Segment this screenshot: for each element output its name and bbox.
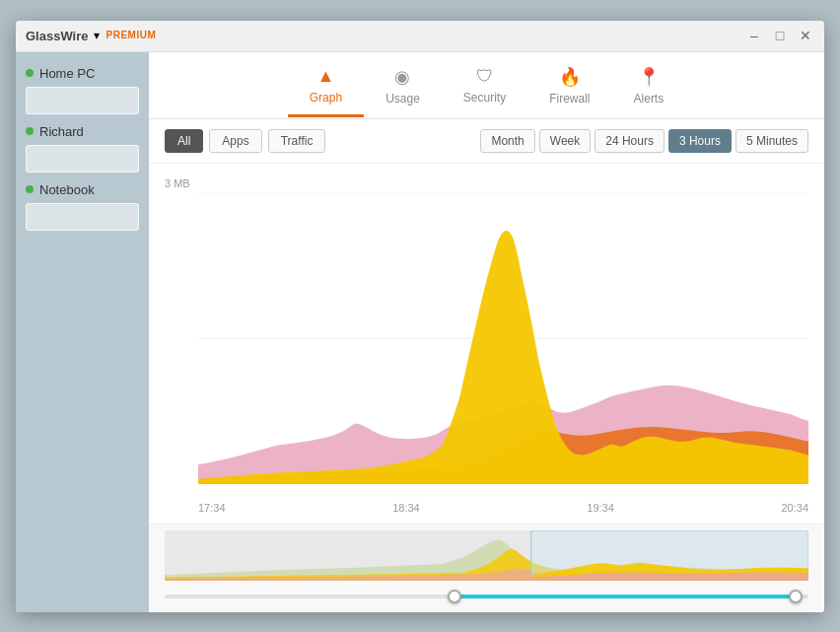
nav-tabs: ▲ Graph ◉ Usage 🛡 Security 🔥 Firewall 📍	[149, 52, 824, 119]
tab-alerts-label: Alerts	[634, 92, 665, 105]
firewall-icon: 🔥	[559, 66, 581, 88]
graph-icon: ▲	[317, 66, 335, 87]
sidebar-label-home-pc: Home PC	[39, 66, 95, 81]
chart-area: 3 MB	[149, 164, 824, 524]
tab-usage-label: Usage	[385, 92, 420, 105]
timeline-preview	[165, 530, 808, 581]
security-icon: 🛡	[476, 66, 494, 87]
tab-security-label: Security	[463, 91, 506, 105]
sidebar-item-richard[interactable]: Richard	[26, 122, 139, 173]
time-week-button[interactable]: Week	[539, 129, 591, 153]
slider-fill	[455, 595, 796, 598]
filter-all-button[interactable]: All	[165, 129, 203, 153]
sidebar: Home PC Richard Notebook	[16, 52, 149, 612]
tab-graph-label: Graph	[310, 91, 342, 105]
x-labels: 17:34 18:34 19:34 20:34	[198, 502, 808, 514]
time-filter-group: Month Week 24 Hours 3 Hours 5 Minutes	[480, 129, 808, 153]
filter-apps-button[interactable]: Apps	[209, 129, 261, 153]
chart-svg	[198, 193, 808, 484]
main-content: ▲ Graph ◉ Usage 🛡 Security 🔥 Firewall 📍	[149, 52, 824, 612]
alerts-icon: 📍	[638, 66, 660, 88]
timeline-panel	[149, 524, 824, 612]
tab-graph[interactable]: ▲ Graph	[288, 60, 364, 117]
chevron-down-icon[interactable]: ▾	[94, 29, 100, 42]
sidebar-preview-home-pc	[26, 87, 139, 114]
slider-thumb-right[interactable]	[789, 590, 803, 603]
filter-bar: All Apps Traffic Month Week 24 Hours 3 H…	[149, 119, 824, 164]
title-bar: GlassWire ▾ PREMIUM – □ ✕	[16, 21, 824, 52]
timeline-slider	[165, 587, 808, 606]
title-bar-controls: – □ ✕	[745, 27, 814, 44]
timeline-svg	[165, 530, 808, 581]
tab-usage[interactable]: ◉ Usage	[364, 60, 442, 118]
x-label-2: 19:34	[587, 502, 614, 514]
status-dot-home-pc	[26, 69, 34, 77]
time-24h-button[interactable]: 24 Hours	[595, 129, 665, 153]
status-dot-richard	[26, 127, 34, 135]
sidebar-preview-richard	[26, 145, 139, 173]
filter-traffic-button[interactable]: Traffic	[268, 129, 326, 153]
slider-thumb-left[interactable]	[448, 590, 461, 603]
sidebar-label-richard: Richard	[39, 124, 84, 139]
chart-y-label: 3 MB	[165, 177, 190, 189]
sidebar-label-notebook: Notebook	[39, 182, 95, 197]
status-dot-notebook	[26, 185, 34, 193]
x-label-0: 17:34	[198, 502, 226, 514]
slider-track	[165, 595, 808, 598]
x-label-1: 18:34	[392, 502, 420, 514]
sidebar-item-home-pc[interactable]: Home PC	[26, 64, 139, 114]
premium-badge: PREMIUM	[105, 31, 156, 40]
time-month-button[interactable]: Month	[480, 129, 534, 153]
tab-firewall-label: Firewall	[549, 92, 590, 105]
sidebar-preview-notebook	[26, 203, 139, 231]
sidebar-item-notebook[interactable]: Notebook	[26, 180, 139, 231]
usage-icon: ◉	[394, 66, 410, 88]
time-3h-button[interactable]: 3 Hours	[668, 129, 732, 153]
tab-alerts[interactable]: 📍 Alerts	[612, 60, 686, 118]
app-title: GlassWire	[26, 29, 88, 43]
content-area: Home PC Richard Notebook	[16, 52, 824, 612]
x-label-3: 20:34	[781, 502, 808, 514]
main-window: GlassWire ▾ PREMIUM – □ ✕ Home PC	[16, 21, 824, 612]
tab-security[interactable]: 🛡 Security	[442, 60, 527, 117]
minimize-button[interactable]: –	[745, 27, 763, 44]
title-bar-left: GlassWire ▾ PREMIUM	[26, 29, 156, 43]
time-5m-button[interactable]: 5 Minutes	[735, 129, 808, 153]
maximize-button[interactable]: □	[771, 27, 789, 44]
close-button[interactable]: ✕	[797, 27, 814, 44]
tab-firewall[interactable]: 🔥 Firewall	[527, 60, 611, 118]
